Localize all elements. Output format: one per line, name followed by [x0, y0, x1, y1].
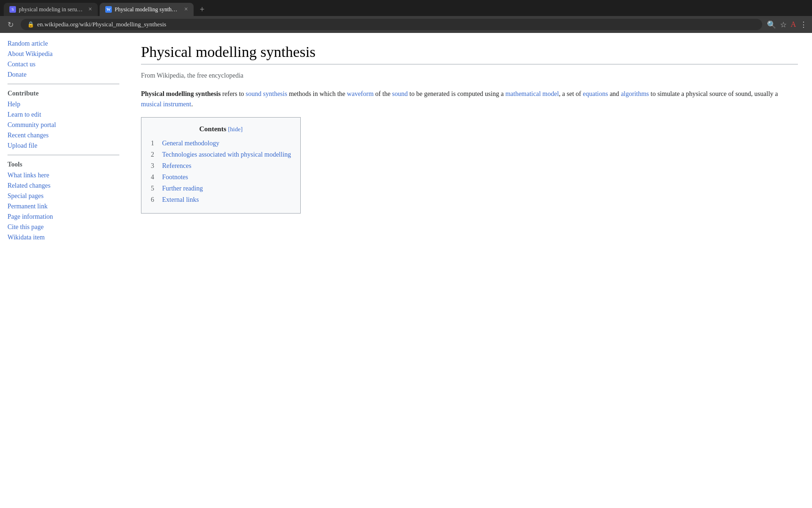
intro-paragraph: Physical modelling synthesis refers to s…: [141, 89, 798, 110]
sidebar-item-special-pages[interactable]: Special pages: [8, 191, 119, 201]
sidebar-item-what-links-here[interactable]: What links here: [8, 170, 119, 181]
intro-text3: of the: [374, 90, 392, 97]
article-title: Physical modelling synthesis: [141, 42, 798, 64]
intro-text8: .: [191, 101, 193, 108]
toc-item-2: 2Technologies associated with physical m…: [151, 149, 291, 160]
sidebar-contribute-section: Contribute Help Learn to edit Community …: [8, 90, 119, 151]
link-musical-instrument[interactable]: musical instrument: [141, 101, 191, 108]
menu-icon[interactable]: ⋮: [800, 20, 807, 29]
browser-chrome: S physical modeling in serum - × W Physi…: [0, 0, 812, 33]
link-algorithms[interactable]: algorithms: [621, 90, 649, 97]
sidebar-item-help[interactable]: Help: [8, 99, 119, 110]
intro-text2: methods in which the: [287, 90, 347, 97]
lock-icon: 🔒: [27, 21, 34, 28]
tab-label-wikipedia: Physical modelling synthesis -: [115, 6, 180, 13]
bookmark-icon[interactable]: ☆: [780, 20, 787, 29]
intro-text1: refers to: [221, 90, 246, 97]
sidebar-item-donate[interactable]: Donate: [8, 70, 119, 80]
intro-text7: to simulate a physical source of sound, …: [649, 90, 778, 97]
sidebar-tools-title: Tools: [8, 161, 119, 168]
sidebar-item-random-article[interactable]: Random article: [8, 39, 119, 49]
tab-serum[interactable]: S physical modeling in serum - ×: [4, 3, 98, 16]
acrobat-icon[interactable]: A: [790, 20, 796, 29]
intro-text4: to be generated is computed using a: [408, 90, 506, 97]
tab-close-wikipedia[interactable]: ×: [184, 6, 188, 13]
link-sound-synthesis[interactable]: sound synthesis: [246, 90, 287, 97]
sidebar-item-contact-us[interactable]: Contact us: [8, 59, 119, 70]
intro-bold: Physical modelling synthesis: [141, 90, 221, 97]
tab-bar: S physical modeling in serum - × W Physi…: [0, 0, 812, 16]
address-bar[interactable]: 🔒 en.wikipedia.org/wiki/Physical_modelli…: [21, 19, 762, 30]
sidebar-item-permanent-link[interactable]: Permanent link: [8, 201, 119, 212]
sidebar-divider-1: [8, 84, 119, 84]
toc-item-1: 1General methodology: [151, 138, 291, 149]
toc-link-6[interactable]: External links: [162, 196, 199, 204]
toc-number-4: 4: [151, 174, 158, 181]
intro-text5: , a set of: [559, 90, 583, 97]
sidebar-item-learn-to-edit[interactable]: Learn to edit: [8, 110, 119, 120]
tab-favicon-wikipedia: W: [105, 6, 112, 13]
tab-wikipedia[interactable]: W Physical modelling synthesis - ×: [100, 3, 194, 16]
toc-item-4: 4Footnotes: [151, 172, 291, 183]
address-bar-row: ↻ 🔒 en.wikipedia.org/wiki/Physical_model…: [0, 16, 812, 33]
tab-close-serum[interactable]: ×: [88, 6, 92, 13]
tab-favicon-serum: S: [9, 6, 16, 13]
toc-title: Contents [hide]: [151, 125, 291, 133]
intro-text6: and: [608, 90, 621, 97]
reload-button[interactable]: ↻: [5, 20, 16, 29]
sidebar-tools-section: Tools What links here Related changes Sp…: [8, 161, 119, 243]
toc-item-3: 3References: [151, 160, 291, 172]
toc-number-1: 1: [151, 140, 158, 147]
toc-hide-link[interactable]: [hide]: [228, 126, 242, 133]
sidebar-item-upload-file[interactable]: Upload file: [8, 141, 119, 151]
toc-title-text: Contents: [199, 125, 226, 133]
link-waveform[interactable]: waveform: [347, 90, 374, 97]
page-layout: Random article About Wikipedia Contact u…: [0, 33, 812, 503]
search-icon[interactable]: 🔍: [767, 20, 776, 29]
sidebar-item-related-changes[interactable]: Related changes: [8, 181, 119, 191]
sidebar-top-section: Random article About Wikipedia Contact u…: [8, 39, 119, 80]
sidebar-item-page-information[interactable]: Page information: [8, 212, 119, 222]
toc-number-6: 6: [151, 196, 158, 204]
toc-item-5: 5Further reading: [151, 183, 291, 194]
sidebar-item-community-portal[interactable]: Community portal: [8, 120, 119, 130]
toc-link-2[interactable]: Technologies associated with physical mo…: [162, 151, 291, 159]
toolbar-icons: 🔍 ☆ A ⋮: [767, 20, 807, 29]
link-equations[interactable]: equations: [583, 90, 608, 97]
toc-item-6: 6External links: [151, 194, 291, 206]
toc-box: Contents [hide] 1General methodology2Tec…: [141, 117, 301, 214]
from-wikipedia: From Wikipedia, the free encyclopedia: [141, 72, 798, 79]
toc-number-5: 5: [151, 185, 158, 192]
sidebar: Random article About Wikipedia Contact u…: [0, 33, 127, 503]
tab-label-serum: physical modeling in serum -: [19, 6, 84, 13]
new-tab-button[interactable]: +: [195, 3, 209, 16]
toc-link-4[interactable]: Footnotes: [162, 174, 188, 181]
main-content: Physical modelling synthesis From Wikipe…: [127, 33, 812, 503]
sidebar-item-wikidata-item[interactable]: Wikidata item: [8, 232, 119, 243]
address-text: en.wikipedia.org/wiki/Physical_modelling…: [37, 21, 166, 28]
sidebar-divider-2: [8, 155, 119, 155]
toc-number-3: 3: [151, 162, 158, 170]
sidebar-item-recent-changes[interactable]: Recent changes: [8, 130, 119, 141]
toc-number-2: 2: [151, 151, 158, 159]
toc-link-5[interactable]: Further reading: [162, 185, 203, 192]
toc-link-3[interactable]: References: [162, 162, 191, 170]
link-mathematical-model[interactable]: mathematical model: [505, 90, 559, 97]
sidebar-contribute-title: Contribute: [8, 90, 119, 97]
sidebar-item-cite-this-page[interactable]: Cite this page: [8, 222, 119, 232]
toc-items: 1General methodology2Technologies associ…: [151, 138, 291, 206]
link-sound[interactable]: sound: [392, 90, 407, 97]
sidebar-item-about-wikipedia[interactable]: About Wikipedia: [8, 49, 119, 59]
toc-link-1[interactable]: General methodology: [162, 140, 219, 147]
